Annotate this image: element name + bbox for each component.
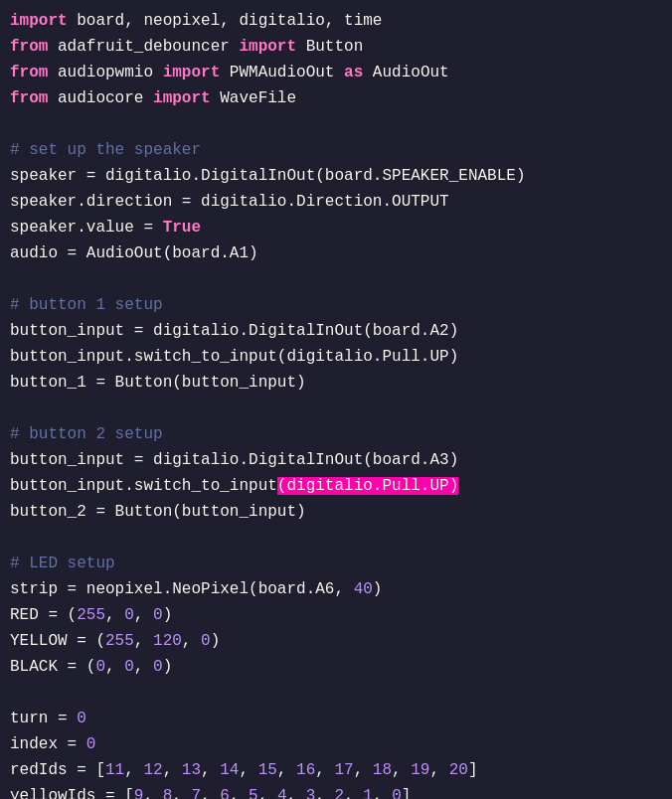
number-255b: 255	[105, 632, 134, 650]
code-line-14: button_input.switch_to_input(digitalio.P…	[4, 344, 668, 370]
number-15: 15	[258, 761, 277, 779]
number-255: 255	[77, 606, 105, 624]
number-9: 9	[134, 787, 144, 799]
code-line-15: button_1 = Button(button_input)	[4, 370, 668, 396]
keyword-import-3: import	[163, 64, 221, 81]
number-40: 40	[354, 580, 373, 598]
highlight-selection: (digitalio.Pull.UP)	[277, 477, 458, 495]
number-1: 1	[363, 787, 373, 799]
empty-line-4	[4, 525, 668, 551]
keyword-as: as	[344, 64, 363, 81]
code-line-30: redIds = [11, 12, 13, 14, 15, 16, 17, 18…	[4, 757, 668, 783]
code-line-6: # set up the speaker	[4, 137, 668, 163]
code-line-2: from adafruit_debouncer import Button	[4, 34, 668, 60]
number-2: 2	[335, 787, 345, 799]
number-index: 0	[86, 735, 96, 753]
code-line-26: BLACK = (0, 0, 0)	[4, 654, 668, 680]
code-line-31: yellowIds = [9, 8, 7, 6, 5, 4, 3, 2, 1, …	[4, 783, 668, 799]
code-line-28: turn = 0	[4, 706, 668, 731]
code-line-9: speaker.value = True	[4, 215, 668, 240]
number-3: 3	[306, 787, 316, 799]
number-18: 18	[373, 761, 392, 779]
keyword-from: from	[10, 38, 48, 56]
empty-line-2	[4, 266, 668, 292]
code-line-3: from audiopwmio import PWMAudioOut as Au…	[4, 60, 668, 85]
code-line-23: strip = neopixel.NeoPixel(board.A6, 40)	[4, 576, 668, 602]
number-17: 17	[334, 761, 353, 779]
number-11: 11	[105, 761, 124, 779]
number-0b: 0	[153, 606, 163, 624]
number-5: 5	[249, 787, 258, 799]
number-6: 6	[220, 787, 230, 799]
code-editor: import board, neopixel, digitalio, time …	[0, 0, 672, 799]
comment-speaker: # set up the speaker	[10, 141, 201, 159]
number-0c: 0	[201, 632, 211, 650]
number-4: 4	[277, 787, 287, 799]
keyword-from-3: from	[10, 64, 48, 81]
code-line-29: index = 0	[4, 731, 668, 757]
keyword-true: True	[163, 219, 201, 237]
empty-line-1	[4, 111, 668, 137]
number-7: 7	[191, 787, 201, 799]
number-14: 14	[220, 761, 239, 779]
comment-led: # LED setup	[10, 555, 115, 572]
empty-line-3	[4, 396, 668, 421]
comment-button2: # button 2 setup	[10, 425, 163, 443]
number-0d: 0	[95, 658, 105, 676]
number-12: 12	[143, 761, 162, 779]
code-line-13: button_input = digitalio.DigitalInOut(bo…	[4, 318, 668, 344]
keyword-import: import	[10, 12, 68, 30]
code-line-8: speaker.direction = digitalio.Direction.…	[4, 189, 668, 215]
code-line-18: button_input = digitalio.DigitalInOut(bo…	[4, 447, 668, 473]
number-0a: 0	[124, 606, 134, 624]
code-line-17: # button 2 setup	[4, 421, 668, 447]
code-line-10: audio = AudioOut(board.A1)	[4, 240, 668, 266]
code-line-25: YELLOW = (255, 120, 0)	[4, 628, 668, 654]
number-8: 8	[163, 787, 173, 799]
code-line-7: speaker = digitalio.DigitalInOut(board.S…	[4, 163, 668, 189]
number-0g: 0	[392, 787, 402, 799]
keyword-from-4: from	[10, 89, 48, 107]
code-line-4: from audiocore import WaveFile	[4, 85, 668, 111]
number-0e: 0	[124, 658, 134, 676]
code-line-19: button_input.switch_to_input(digitalio.P…	[4, 473, 668, 499]
code-line-22: # LED setup	[4, 551, 668, 576]
keyword-import-4: import	[153, 89, 211, 107]
number-120: 120	[153, 632, 182, 650]
number-19: 19	[411, 761, 429, 779]
keyword-import-2: import	[239, 38, 296, 56]
code-line-12: # button 1 setup	[4, 292, 668, 318]
code-line-20: button_2 = Button(button_input)	[4, 499, 668, 525]
number-20: 20	[449, 761, 468, 779]
number-16: 16	[296, 761, 315, 779]
number-turn: 0	[77, 710, 86, 727]
empty-line-5	[4, 680, 668, 706]
code-line-24: RED = (255, 0, 0)	[4, 602, 668, 628]
comment-button1: # button 1 setup	[10, 296, 163, 314]
number-13: 13	[182, 761, 201, 779]
number-0f: 0	[153, 658, 163, 676]
code-line-1: import board, neopixel, digitalio, time	[4, 8, 668, 34]
